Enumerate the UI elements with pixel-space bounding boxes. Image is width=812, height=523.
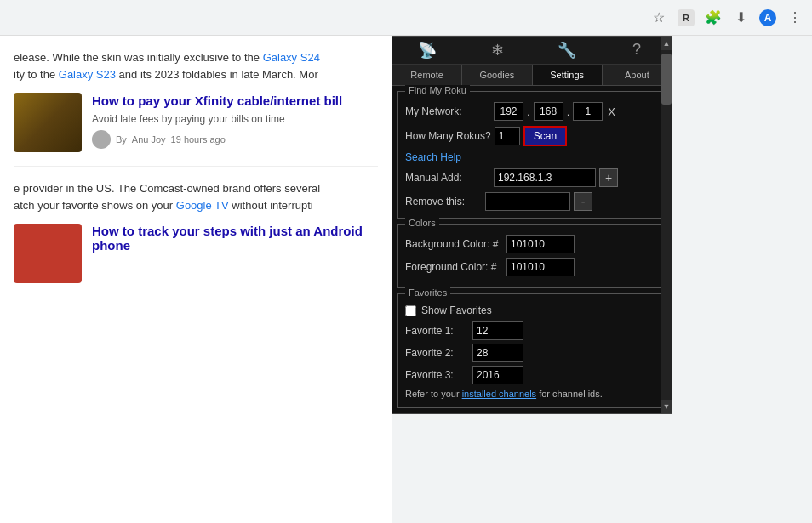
manual-addr-input[interactable] (494, 168, 596, 187)
download-icon[interactable]: ⬇ (732, 9, 749, 26)
article-time-1: 19 hours ago (171, 134, 226, 145)
bg-color-input[interactable] (506, 235, 575, 253)
browser-toolbar: ☆ R 🧩 ⬇ A ⋮ (0, 0, 812, 36)
find-my-roku-body: My Network: . . X How Many Rokus? Scan S… (398, 92, 666, 218)
galaxy-s23-link[interactable]: Galaxy S23 (59, 68, 116, 81)
find-my-roku-section: Find My Roku My Network: . . X How Many … (397, 91, 666, 219)
article-image-2 (14, 224, 82, 283)
tab-label-settings[interactable]: Settings (533, 65, 603, 85)
fav1-row: Favorite 1: (405, 321, 659, 340)
page-text-1: elease. While the skin was initially exc… (14, 49, 378, 82)
colors-section: Colors Background Color: # Foreground Co… (397, 224, 666, 288)
fav2-label: Favorite 2: (405, 347, 469, 359)
manual-add-row: Manual Add: + (405, 168, 659, 187)
remove-label: Remove this: (405, 196, 482, 207)
article-title-1[interactable]: How to pay your Xfinity cable/internet b… (92, 93, 342, 110)
extension-r-icon[interactable]: R (678, 9, 695, 26)
remove-row: Remove this: - (405, 192, 659, 211)
colors-legend: Colors (405, 218, 439, 228)
article-content-2: How to track your steps with just an And… (92, 224, 378, 283)
galaxy-s24-link[interactable]: Galaxy S24 (263, 51, 320, 64)
fg-color-row: Foreground Color: # (405, 258, 659, 276)
article-card-1: How to pay your Xfinity cable/internet b… (14, 93, 378, 167)
fg-color-label: Foreground Color: # (405, 261, 503, 273)
tab-label-remote[interactable]: Remote (392, 65, 462, 85)
popup-tab-labels: Remote Goodies Settings About (392, 65, 672, 86)
page-content: elease. While the skin was initially exc… (0, 36, 392, 523)
scroll-arrow-down[interactable]: ▼ (661, 400, 672, 413)
article-card-2: How to track your steps with just an And… (14, 224, 378, 283)
popup-tab-icons: 📡 ❄ 🔧 ? (392, 37, 672, 65)
bg-color-row: Background Color: # (405, 235, 659, 253)
article-desc-1: Avoid late fees by paying your bills on … (92, 113, 342, 125)
article-image-1 (14, 93, 82, 152)
article-title-2[interactable]: How to track your steps with just an And… (92, 224, 378, 253)
scroll-thumb[interactable] (661, 54, 672, 105)
page-text-2: e provider in the US. The Comcast-owned … (14, 180, 378, 213)
add-button[interactable]: + (599, 168, 618, 187)
article-meta-1: By Anu Joy 19 hours ago (92, 130, 342, 149)
account-avatar[interactable]: A (759, 9, 776, 26)
puzzle-icon[interactable]: 🧩 (705, 9, 722, 26)
author-avatar-1 (92, 130, 111, 149)
tab-goodies[interactable]: ❄ (462, 37, 532, 64)
menu-icon[interactable]: ⋮ (786, 9, 803, 26)
scroll-track: ▲ ▼ (661, 37, 672, 413)
ip-field-1[interactable] (494, 102, 523, 121)
favorites-body: Show Favorites Favorite 1: Favorite 2: F… (398, 294, 666, 407)
fg-color-input[interactable] (506, 258, 575, 276)
fav2-row: Favorite 2: (405, 344, 659, 362)
fav1-label: Favorite 1: (405, 325, 469, 337)
bg-color-label: Background Color: # (405, 238, 503, 250)
ip-x-label: X (608, 105, 615, 118)
fav2-input[interactable] (472, 344, 523, 362)
show-favorites-checkbox[interactable] (405, 305, 416, 316)
remove-input[interactable] (485, 192, 570, 211)
google-tv-link[interactable]: Google TV (176, 199, 229, 212)
scan-button[interactable]: Scan (523, 126, 567, 146)
installed-channels-link[interactable]: installed channels (462, 389, 536, 399)
remove-button[interactable]: - (574, 192, 592, 211)
fav3-label: Favorite 3: (405, 369, 469, 381)
how-many-label: How Many Rokus? (405, 130, 491, 142)
tab-settings[interactable]: 🔧 (532, 37, 602, 64)
author-name-1: Anu Joy (132, 134, 166, 145)
ip-field-2[interactable] (534, 102, 563, 121)
show-favorites-row: Show Favorites (405, 304, 659, 316)
tab-remote[interactable]: 📡 (392, 37, 462, 64)
extension-popup: 📡 ❄ 🔧 ? Remote Goodies Settings About Fi… (392, 36, 672, 414)
colors-body: Background Color: # Foreground Color: # (398, 225, 666, 287)
show-favorites-label: Show Favorites (421, 304, 492, 316)
tab-label-goodies[interactable]: Goodies (462, 65, 532, 85)
network-label: My Network: (405, 105, 490, 117)
popup-scrollbar[interactable]: ▲ ▼ (661, 37, 672, 413)
favorites-section: Favorites Show Favorites Favorite 1: Fav… (397, 293, 666, 408)
fav3-row: Favorite 3: (405, 366, 659, 384)
ip-field-3[interactable] (573, 102, 603, 121)
favorites-note: Refer to your installed channels for cha… (405, 388, 659, 401)
manual-add-label: Manual Add: (405, 172, 490, 184)
favorites-legend: Favorites (405, 287, 450, 298)
my-network-row: My Network: . . X (405, 102, 659, 121)
search-help-link[interactable]: Search Help (405, 151, 659, 163)
fav1-input[interactable] (472, 321, 523, 340)
star-icon[interactable]: ☆ (650, 9, 667, 26)
find-my-roku-legend: Find My Roku (405, 85, 470, 95)
article-content-1: How to pay your Xfinity cable/internet b… (92, 93, 342, 152)
quantity-input[interactable] (495, 127, 520, 145)
fav3-input[interactable] (472, 366, 523, 384)
how-many-row: How Many Rokus? Scan (405, 126, 659, 146)
scroll-arrow-up[interactable]: ▲ (661, 37, 672, 50)
